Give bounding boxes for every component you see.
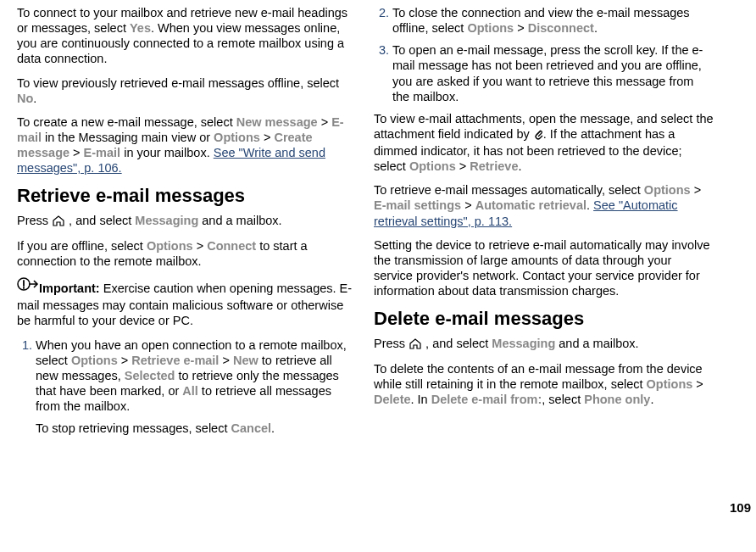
important-label: Important: — [39, 282, 103, 295]
left-column: To connect to your mailbox and retrieve … — [8, 5, 365, 547]
step-3: To open an e-mail message, press the scr… — [392, 42, 714, 104]
step-2: To close the connection and view the e-m… — [392, 5, 714, 36]
home-key-icon — [52, 215, 65, 230]
para: To connect to your mailbox and retrieve … — [17, 5, 357, 67]
para: Press , and select Messaging and a mailb… — [17, 213, 357, 230]
steps-right: To close the connection and view the e-m… — [374, 5, 714, 104]
para: To retrieve e-mail messages automaticall… — [374, 182, 714, 228]
steps-left: When you have an open connection to a re… — [17, 337, 357, 437]
para: If you are offline, select Options > Con… — [17, 238, 357, 269]
heading-delete: Delete e-mail messages — [374, 307, 714, 331]
ui-yes: Yes — [130, 21, 151, 35]
right-column: To close the connection and view the e-m… — [365, 5, 722, 547]
attachment-icon — [533, 128, 543, 143]
page-sidebar: Messaging 109 — [732, 0, 756, 552]
important-note: Important: Exercise caution when opening… — [17, 277, 357, 328]
para: To view previously retrieved e-mail mess… — [17, 75, 357, 106]
section-label: Messaging — [753, 39, 756, 116]
para: Setting the device to retrieve e-mail au… — [374, 237, 714, 299]
para: Press , and select Messaging and a mailb… — [374, 336, 714, 353]
para: To delete the contents of an e-mail mess… — [374, 361, 714, 407]
important-icon — [17, 277, 39, 298]
home-key-icon — [409, 337, 422, 353]
ui-no: No — [17, 92, 33, 105]
para: To create a new e-mail message, select N… — [17, 114, 357, 176]
page-content: To connect to your mailbox and retrieve … — [0, 0, 729, 552]
para: To view e-mail attachments, open the mes… — [374, 111, 714, 175]
page-number: 109 — [730, 500, 751, 516]
step-1: When you have an open connection to a re… — [36, 337, 357, 437]
heading-retrieve: Retrieve e-mail messages — [17, 184, 357, 208]
